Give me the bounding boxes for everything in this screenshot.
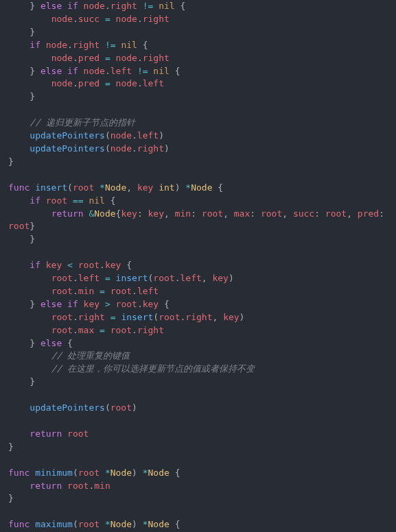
token-fn: updatePointers xyxy=(30,130,105,141)
token-p: , xyxy=(282,208,293,219)
token-v: root xyxy=(159,312,180,322)
token-v: root xyxy=(153,273,174,283)
token-p: ( xyxy=(105,143,110,154)
token-v: right xyxy=(110,1,137,11)
token-p: { xyxy=(159,299,170,309)
token-v: pred xyxy=(78,53,100,63)
token-p xyxy=(8,325,51,335)
token-v: left xyxy=(180,273,202,283)
token-v: root xyxy=(78,519,100,529)
token-nl: nil xyxy=(153,66,169,76)
token-v: root xyxy=(110,286,132,296)
token-p xyxy=(100,273,105,283)
token-p: . xyxy=(137,53,143,63)
token-p xyxy=(94,286,100,296)
token-op: * xyxy=(105,468,110,478)
token-p xyxy=(110,299,116,309)
token-p xyxy=(110,14,116,24)
token-fn: insert xyxy=(116,273,148,283)
token-p: , xyxy=(223,208,234,219)
token-v: root xyxy=(261,208,282,219)
token-op: > xyxy=(105,299,110,309)
token-t: Node xyxy=(148,519,170,529)
token-fn: updatePointers xyxy=(30,402,105,413)
token-p: ) xyxy=(132,402,137,413)
token-v: key xyxy=(46,260,62,270)
token-k: if xyxy=(30,40,40,50)
token-p: ( xyxy=(153,312,159,322)
token-p: . xyxy=(73,325,78,335)
token-p: . xyxy=(132,286,137,296)
token-p: , xyxy=(212,312,223,322)
token-p: . xyxy=(73,286,78,296)
token-p: . xyxy=(132,325,137,335)
code-editor[interactable]: } else if node.right != nil { node.succ … xyxy=(0,0,396,531)
token-p: { xyxy=(212,182,223,193)
token-p: ) xyxy=(175,182,186,193)
token-v: node xyxy=(116,53,137,63)
token-p: } xyxy=(8,156,14,167)
token-v: pred xyxy=(78,78,100,88)
token-p xyxy=(40,260,46,270)
token-k: if xyxy=(30,195,40,206)
token-p: . xyxy=(73,78,78,88)
token-p: } xyxy=(8,27,35,37)
token-k: if xyxy=(67,299,78,309)
token-p: { xyxy=(175,1,186,11)
token-fn: insert xyxy=(121,312,153,322)
token-v: min xyxy=(175,208,191,219)
token-p: { xyxy=(121,260,132,270)
token-t: Node xyxy=(110,519,132,529)
token-v: min xyxy=(78,286,94,296)
token-v: node xyxy=(110,130,132,141)
token-p: { xyxy=(62,338,73,348)
token-p xyxy=(100,53,105,63)
token-p xyxy=(94,325,100,335)
token-t: Node xyxy=(191,182,212,193)
token-p: . xyxy=(100,260,105,270)
token-v: max xyxy=(234,208,250,219)
token-p xyxy=(62,428,67,439)
token-p xyxy=(8,208,51,219)
token-v: node xyxy=(51,14,73,24)
token-op: != xyxy=(105,40,116,50)
token-op: = xyxy=(110,312,116,322)
token-v: left xyxy=(137,286,159,296)
token-op: = xyxy=(100,286,105,296)
token-t: Node xyxy=(148,468,170,478)
token-p xyxy=(153,1,159,11)
token-v: key xyxy=(137,182,153,193)
token-v: root xyxy=(110,402,132,413)
token-p xyxy=(8,273,51,283)
token-op: = xyxy=(105,273,110,283)
token-p xyxy=(62,1,67,11)
token-p xyxy=(8,402,30,413)
token-p: . xyxy=(73,53,78,63)
token-p xyxy=(40,40,46,50)
token-p: ( xyxy=(67,182,73,193)
token-v: left xyxy=(78,273,100,283)
token-v: key xyxy=(223,312,239,322)
token-p xyxy=(105,312,110,322)
token-v: root xyxy=(110,325,132,335)
token-p: : xyxy=(191,208,202,219)
token-v: root xyxy=(51,325,73,335)
token-nl: nil xyxy=(89,195,104,206)
token-v: left xyxy=(137,130,159,141)
token-p xyxy=(8,14,51,24)
token-c: // 在这里，你可以选择更新节点的值或者保持不变 xyxy=(51,363,255,374)
token-v: left xyxy=(143,78,164,88)
token-p xyxy=(30,182,35,193)
token-p xyxy=(132,66,137,76)
token-k: if xyxy=(67,1,78,11)
token-p xyxy=(100,468,105,478)
token-v: right xyxy=(185,312,212,322)
token-p xyxy=(78,66,84,76)
token-t: Node xyxy=(110,468,132,478)
token-k: return xyxy=(51,208,84,219)
token-p: . xyxy=(132,130,137,141)
token-v: root xyxy=(51,312,73,322)
token-k: else xyxy=(40,338,62,348)
token-p: . xyxy=(73,14,78,24)
token-op: == xyxy=(73,195,84,206)
